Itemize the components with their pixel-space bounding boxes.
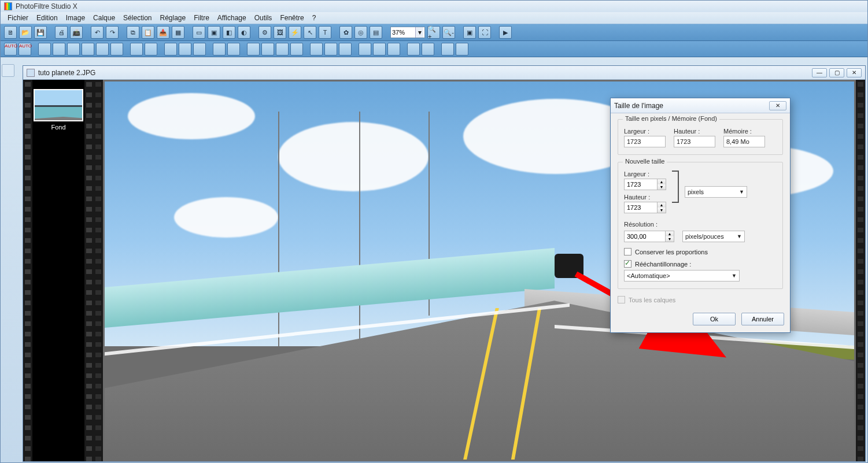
- image-explorer-icon[interactable]: 🖼: [274, 26, 286, 39]
- width-spin-up[interactable]: ▲: [658, 179, 666, 184]
- plugin-icon[interactable]: ▤: [370, 26, 382, 39]
- photomasque-icon[interactable]: [373, 43, 386, 55]
- size-unit-select[interactable]: pixels ▼: [685, 186, 747, 198]
- text-icon[interactable]: T: [319, 26, 331, 39]
- chevron-down-icon[interactable]: ▾: [415, 27, 423, 38]
- blur-icon[interactable]: [261, 43, 274, 55]
- toggle-layers-icon[interactable]: [2, 64, 14, 77]
- rgb-icon[interactable]: ▦: [172, 26, 184, 39]
- height-spin-up[interactable]: ▲: [658, 202, 666, 208]
- menu-filtre[interactable]: Filtre: [190, 13, 213, 23]
- menu-affichage[interactable]: Affichage: [214, 13, 250, 23]
- saturation-minus-icon[interactable]: [130, 43, 143, 55]
- zoom-out-icon[interactable]: 🔍-: [442, 26, 455, 39]
- gamma-minus-icon[interactable]: [96, 43, 109, 55]
- gamma-plus-icon[interactable]: [110, 43, 123, 55]
- contrast-plus-icon[interactable]: [82, 43, 94, 55]
- sharpen-icon[interactable]: [290, 43, 303, 55]
- edge-icon[interactable]: [324, 43, 337, 55]
- copy-icon[interactable]: ⧉: [127, 26, 139, 39]
- relief-icon[interactable]: [310, 43, 323, 55]
- brightness-plus-icon[interactable]: [53, 43, 65, 55]
- slideshow-icon[interactable]: ▶: [499, 26, 512, 39]
- memory-info-label: Taille en pixels / Mémoire (Fond): [623, 115, 719, 122]
- height-spin-down[interactable]: ▼: [658, 208, 666, 213]
- fullscreen-icon[interactable]: ⛶: [478, 26, 491, 39]
- automate-icon[interactable]: ⚡: [289, 26, 301, 39]
- menu-outils[interactable]: Outils: [251, 13, 276, 23]
- new-file-icon[interactable]: 🗎: [4, 26, 17, 39]
- menu-edition[interactable]: Edition: [33, 13, 61, 23]
- hue-icon[interactable]: [179, 43, 191, 55]
- dialog-close-button[interactable]: ✕: [769, 101, 786, 110]
- gradient-icon[interactable]: [359, 43, 371, 55]
- transparency-icon[interactable]: ◐: [238, 26, 250, 39]
- cancel-button[interactable]: Annuler: [741, 313, 784, 325]
- grayscale-icon[interactable]: [213, 43, 226, 55]
- histogram-icon[interactable]: [164, 43, 177, 55]
- close-button[interactable]: ✕: [847, 68, 862, 77]
- flip-vertical-icon[interactable]: [422, 43, 434, 55]
- menu-image[interactable]: Image: [62, 13, 88, 23]
- scanner-icon[interactable]: 📠: [70, 26, 83, 39]
- zoom-in-icon[interactable]: 🔍+: [427, 26, 440, 39]
- resolution-input[interactable]: [624, 231, 666, 242]
- resolution-spin-up[interactable]: ▲: [666, 231, 674, 236]
- pick-icon[interactable]: ↖: [304, 26, 316, 39]
- menu-fichier[interactable]: Fichier: [4, 13, 32, 23]
- layer-panel: Fond: [23, 80, 94, 461]
- resolution-spin-down[interactable]: ▼: [666, 236, 674, 242]
- layer-thumbnail[interactable]: Fond: [34, 89, 83, 131]
- canvas-size-icon[interactable]: ▣: [208, 26, 220, 39]
- redo-icon[interactable]: ↷: [106, 26, 119, 39]
- open-file-icon[interactable]: 📂: [19, 26, 32, 39]
- resample-checkbox[interactable]: [624, 260, 631, 268]
- zoom-combo[interactable]: ▾: [390, 27, 425, 38]
- paste-icon[interactable]: 📋: [142, 26, 154, 39]
- brightness-minus-icon[interactable]: [38, 43, 51, 55]
- dust-icon[interactable]: [247, 43, 260, 55]
- soften-icon[interactable]: [276, 43, 289, 55]
- auto-contrast-icon[interactable]: AUTO: [19, 43, 31, 55]
- fit-window-icon[interactable]: ▣: [463, 26, 476, 39]
- saturation-plus-icon[interactable]: [145, 43, 157, 55]
- noise-icon[interactable]: [339, 43, 352, 55]
- width-spin-down[interactable]: ▼: [658, 184, 666, 190]
- rotate-right-icon[interactable]: [456, 43, 468, 55]
- menu-fenetre[interactable]: Fenêtre: [276, 13, 307, 23]
- document-icon: [27, 69, 35, 77]
- width-spinner[interactable]: ▲▼: [658, 179, 666, 190]
- preferences-icon[interactable]: ⚙: [258, 26, 271, 39]
- auto-levels-icon[interactable]: AUTO: [4, 43, 17, 55]
- print-icon[interactable]: 🖨: [55, 26, 68, 39]
- dialog-titlebar[interactable]: Taille de l'image ✕: [611, 98, 790, 113]
- ok-button[interactable]: Ok: [693, 313, 736, 325]
- save-icon[interactable]: 💾: [34, 26, 47, 39]
- undo-icon[interactable]: ↶: [91, 26, 104, 39]
- menu-calque[interactable]: Calque: [90, 13, 119, 23]
- height-spinner[interactable]: ▲▼: [658, 202, 666, 213]
- resolution-spinner[interactable]: ▲▼: [666, 231, 674, 242]
- minimize-button[interactable]: —: [812, 68, 827, 77]
- module-icon[interactable]: [387, 43, 400, 55]
- photomask-icon[interactable]: ◎: [354, 26, 367, 39]
- menu-selection[interactable]: Sélection: [120, 13, 155, 23]
- paste-into-icon[interactable]: 📥: [157, 26, 169, 39]
- flip-horizontal-icon[interactable]: [407, 43, 420, 55]
- rotate-left-icon[interactable]: [441, 43, 454, 55]
- resample-mode-select[interactable]: <Automatique> ▼: [624, 270, 740, 281]
- zoom-input[interactable]: [391, 29, 415, 36]
- new-width-input[interactable]: [624, 179, 658, 190]
- menu-help[interactable]: ?: [309, 13, 320, 23]
- sepia-icon[interactable]: [227, 43, 240, 55]
- contrast-minus-icon[interactable]: [67, 43, 80, 55]
- keep-proportions-checkbox[interactable]: [624, 248, 631, 255]
- maximize-button[interactable]: ▢: [829, 68, 844, 77]
- menu-reglage[interactable]: Réglage: [156, 13, 189, 23]
- color-mode-icon[interactable]: ◧: [223, 26, 235, 39]
- resolution-unit-select[interactable]: pixels/pouces ▼: [682, 231, 745, 242]
- new-height-input[interactable]: [624, 202, 658, 213]
- color-balance-icon[interactable]: [193, 43, 206, 55]
- image-size-icon[interactable]: ▭: [193, 26, 205, 39]
- nozzle-icon[interactable]: ✿: [339, 26, 352, 39]
